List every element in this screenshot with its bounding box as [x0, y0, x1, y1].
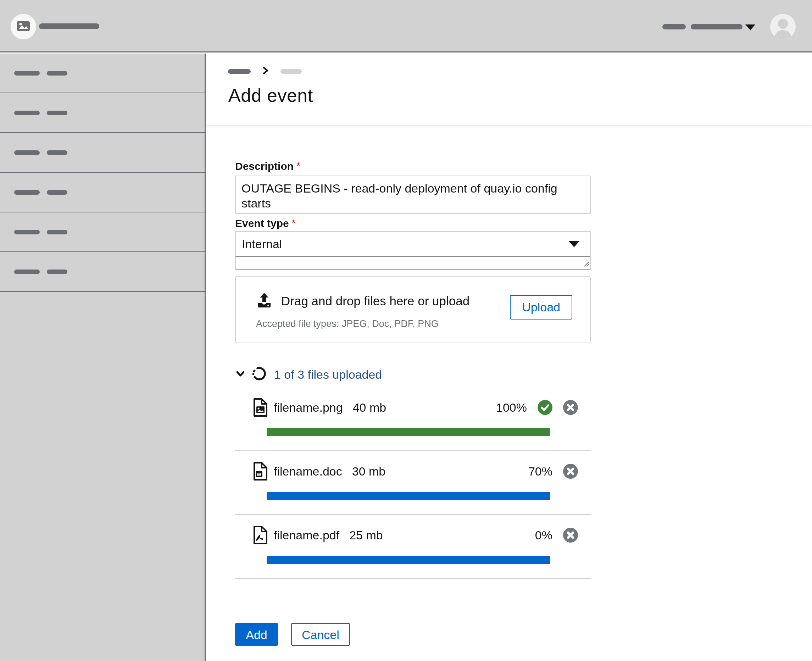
sidebar-item-skeleton-1 — [14, 150, 40, 155]
file-progress-bar — [266, 556, 550, 564]
sidebar-item[interactable] — [0, 93, 204, 133]
sidebar-item-skeleton-1 — [14, 111, 40, 115]
sidebar-item-skeleton-1 — [14, 190, 40, 195]
add-button[interactable]: Add — [235, 623, 278, 646]
svg-text:W: W — [257, 472, 261, 477]
breadcrumb-link-skeleton[interactable] — [228, 69, 251, 74]
file-row: filename.png 40 mb 100% — [235, 387, 591, 451]
add-event-form: Description* OUTAGE BEGINS - read-only d… — [207, 126, 592, 646]
dropzone-accepted-types: Accepted file types: JPEG, Doc, PDF, PNG — [256, 318, 439, 329]
sidebar-item-skeleton-2 — [47, 71, 67, 75]
sidebar-item-skeleton-1 — [14, 71, 40, 75]
sidebar-item-skeleton-1 — [14, 230, 40, 235]
remove-file-button[interactable] — [563, 528, 578, 543]
file-size: 25 mb — [349, 528, 383, 542]
event-type-select[interactable]: Internal — [235, 231, 591, 257]
cancel-button[interactable]: Cancel — [291, 623, 350, 646]
app-logo[interactable] — [11, 14, 36, 39]
file-progress-percent: 0% — [535, 528, 552, 542]
chevron-down-icon — [235, 369, 246, 380]
sidebar-item-skeleton-2 — [47, 150, 67, 155]
sidebar-item-skeleton-2 — [47, 230, 67, 235]
remove-file-button[interactable] — [563, 400, 578, 415]
file-progress-percent: 100% — [496, 401, 527, 415]
file-name: filename.pdf — [274, 528, 339, 542]
image-file-icon — [252, 398, 269, 417]
upload-icon — [256, 292, 272, 310]
page-title: Add event — [228, 85, 313, 106]
description-label: Description* — [235, 160, 592, 172]
description-input[interactable]: OUTAGE BEGINS - read-only deployment of … — [235, 176, 591, 214]
sidebar-item[interactable] — [0, 133, 204, 173]
caret-down-icon — [569, 241, 579, 247]
sidebar-item[interactable] — [0, 173, 204, 212]
masthead — [0, 0, 812, 53]
sidebar-item-skeleton-2 — [47, 270, 67, 274]
chevron-right-icon — [263, 66, 268, 76]
times-circle-icon — [563, 474, 578, 480]
file-size: 40 mb — [353, 401, 386, 415]
main-content: Add event Description* OUTAGE BEGINS - r… — [207, 54, 812, 661]
uploaded-file-list: filename.png 40 mb 100% — [235, 387, 591, 579]
required-asterisk: * — [292, 217, 296, 228]
times-circle-icon — [563, 410, 578, 416]
event-type-label: Event type* — [235, 217, 592, 230]
file-name: filename.png — [274, 401, 343, 415]
success-check-icon — [538, 400, 552, 415]
required-asterisk: * — [297, 160, 300, 171]
file-name: filename.doc — [274, 465, 342, 478]
user-menu-skeleton-long — [691, 24, 742, 29]
sidebar-item-skeleton-2 — [47, 111, 67, 115]
file-dropzone[interactable]: Drag and drop files here or upload Accep… — [235, 276, 591, 343]
breadcrumb — [228, 68, 302, 75]
avatar[interactable] — [770, 14, 796, 39]
in-progress-spinner-icon — [251, 366, 266, 383]
image-icon — [17, 21, 30, 33]
file-progress-bar — [266, 428, 550, 436]
file-size: 30 mb — [352, 465, 386, 478]
file-progress-bar — [266, 492, 550, 500]
times-circle-icon — [563, 538, 578, 544]
remove-file-button[interactable] — [563, 464, 578, 479]
sidebar-nav — [0, 54, 206, 661]
uploaded-files-toggle[interactable]: 1 of 3 files uploaded — [235, 367, 592, 382]
page-header-section: Add event — [207, 54, 812, 126]
word-doc-file-icon: W — [252, 462, 269, 481]
details-textarea[interactable] — [235, 257, 591, 270]
resize-handle-icon[interactable] — [583, 261, 589, 268]
upload-button[interactable]: Upload — [510, 295, 572, 319]
file-progress-percent: 70% — [528, 465, 552, 478]
brand-name-skeleton — [39, 23, 99, 29]
form-actions: Add Cancel — [235, 623, 592, 646]
user-avatar-icon — [770, 34, 796, 39]
sidebar-item[interactable] — [0, 212, 204, 252]
uploaded-files-count-link[interactable]: 1 of 3 files uploaded — [274, 368, 382, 382]
pdf-file-icon — [252, 525, 269, 545]
sidebar-item[interactable] — [0, 54, 204, 93]
sidebar-item-skeleton-2 — [47, 190, 67, 195]
event-type-selected-value: Internal — [242, 237, 282, 251]
sidebar-item[interactable] — [0, 252, 204, 292]
sidebar-item-skeleton-1 — [14, 270, 40, 274]
user-menu-skeleton-short — [662, 24, 686, 29]
breadcrumb-current-skeleton — [281, 69, 302, 74]
caret-down-icon[interactable] — [745, 24, 755, 30]
dropzone-title: Drag and drop files here or upload — [281, 294, 469, 308]
file-row: filename.pdf 25 mb 0% — [235, 515, 591, 579]
file-row: W filename.doc 30 mb 70% — [235, 451, 591, 515]
